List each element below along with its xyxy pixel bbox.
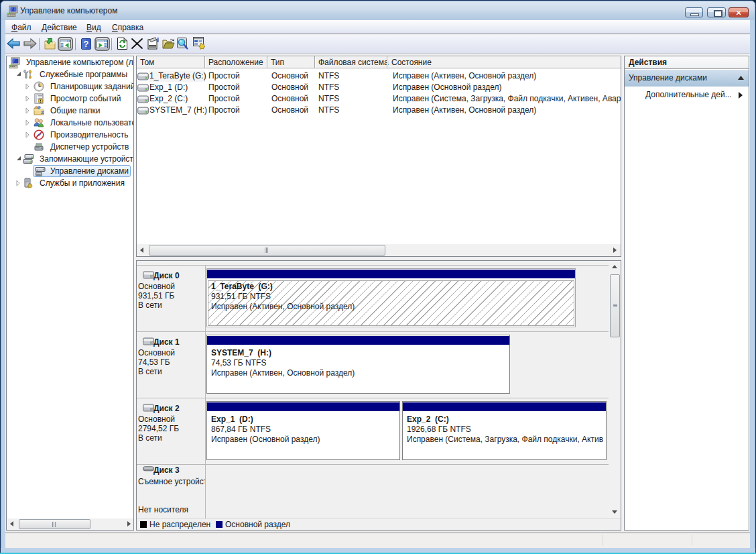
svg-text:23: 23 [41, 110, 44, 115]
svg-text:?: ? [84, 39, 89, 49]
